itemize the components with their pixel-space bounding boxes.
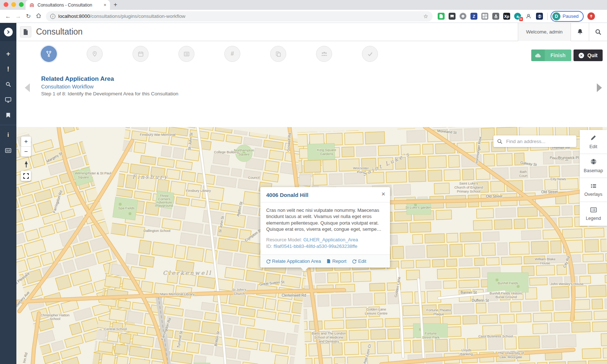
welcome-user[interactable]: Welcome, admin <box>518 23 571 41</box>
close-window-button[interactable] <box>4 2 8 7</box>
map-label: Old Street <box>541 190 557 194</box>
workflow-step-5-hashtag-icon[interactable]: # <box>224 46 240 62</box>
back-icon[interactable]: ← <box>3 13 13 20</box>
chevron-right-icon <box>4 28 13 36</box>
finish-button[interactable]: Finish <box>531 50 571 61</box>
workflow-step-3-calendar-icon[interactable] <box>133 46 149 62</box>
popup-action-relate-application-area[interactable]: Relate Application Area <box>266 258 321 264</box>
map-label: Northampton <box>234 148 254 152</box>
map-label: Clerkenwell Rd <box>281 293 306 297</box>
forward-icon[interactable]: → <box>13 13 23 20</box>
address-search-input[interactable] <box>505 138 573 145</box>
new-tab-button[interactable]: + <box>114 1 117 8</box>
map-label: City News <box>551 177 566 181</box>
workflow-step-4-listalt-icon[interactable] <box>178 46 194 62</box>
resource-model-link[interactable]: GLHER_Application_Area <box>303 237 358 242</box>
compass-control[interactable] <box>21 159 31 169</box>
workflow-step-6-copy-icon[interactable] <box>270 46 286 62</box>
map-label: The University of <box>498 351 524 355</box>
zoom-in-button[interactable]: + <box>21 136 31 147</box>
map-label: Dallington School <box>143 229 170 233</box>
globe-icon <box>590 158 597 166</box>
home-icon[interactable] <box>33 13 44 20</box>
extension-sphere-icon[interactable] <box>460 13 466 20</box>
map-label: Gardens <box>320 152 334 156</box>
map-label: Brunswick Pl <box>558 156 579 160</box>
extension-globe-icon[interactable] <box>536 13 543 20</box>
map-label: Central School <box>104 327 127 331</box>
map-tool-basemap[interactable]: Basemap <box>580 154 607 178</box>
resource-id-link[interactable]: f9af0541-bb83-48fd-a530-99a263238ffe <box>273 244 357 249</box>
map-label: Primary School <box>457 189 480 193</box>
map-label: Marx Memorial Library <box>160 292 195 296</box>
search-icon[interactable] <box>0 77 16 92</box>
add-icon[interactable]: + <box>0 46 16 62</box>
site-info-icon[interactable]: i <box>50 14 55 19</box>
app-header: Consultation Welcome, admin <box>16 23 607 41</box>
minimize-window-button[interactable] <box>11 2 16 7</box>
maximize-window-button[interactable] <box>19 2 24 7</box>
popup-action-report[interactable]: Report <box>327 258 346 264</box>
header-search-icon[interactable] <box>589 23 607 41</box>
map-label: House <box>540 261 550 265</box>
browser-tab[interactable]: Consultations - Consultation × <box>25 0 110 10</box>
extension-assistant-icon[interactable]: a9 <box>514 13 521 20</box>
workflow-step-8-check-icon[interactable] <box>362 46 378 62</box>
map-label: Clerkenwell <box>163 270 212 276</box>
map-label: Square <box>78 175 89 179</box>
map-label: Court <box>519 174 528 178</box>
extension-easel-icon[interactable] <box>449 13 456 20</box>
extension-evernote-icon[interactable] <box>438 13 445 20</box>
info-icon[interactable]: i <box>0 127 16 143</box>
popup-action-edit[interactable]: Edit <box>352 258 366 264</box>
circle-x-icon: ✕ <box>579 53 584 58</box>
workflow-step-2-pin-icon[interactable] <box>87 46 103 62</box>
toolbar-divider <box>547 13 548 20</box>
edit-icon <box>352 259 356 264</box>
workflow-steps: # <box>16 41 378 62</box>
map-label: Banking <box>460 352 473 356</box>
profile-pill[interactable]: D Paused <box>551 11 584 22</box>
map-label: Playground <box>155 203 173 207</box>
fullscreen-icon[interactable] <box>21 171 31 181</box>
map-label: Leisure Centre <box>365 311 387 315</box>
previous-step-chevron[interactable] <box>25 83 30 92</box>
zoom-control: + − <box>21 136 31 157</box>
sidebar-expand[interactable] <box>0 23 16 41</box>
profile-avatar: D <box>552 12 560 20</box>
map-label: Council <box>248 175 260 179</box>
notifications-bell-icon[interactable] <box>571 23 589 41</box>
map-label: Skanska <box>335 363 348 364</box>
extension-persona-icon[interactable] <box>525 13 532 20</box>
extension-stamp-icon[interactable] <box>492 13 499 20</box>
popup-close-icon[interactable]: × <box>381 191 385 197</box>
map-label: Finsbury Library <box>186 189 211 193</box>
report-icon <box>327 259 331 264</box>
browser-update-icon[interactable] <box>587 12 595 20</box>
bookmark-icon[interactable] <box>0 107 16 123</box>
extension-xp-icon[interactable]: Xp <box>503 13 510 20</box>
notifs-exclamation-icon[interactable]: ! <box>0 62 16 77</box>
next-step-chevron[interactable] <box>597 83 602 92</box>
extension-grid-icon[interactable] <box>481 13 488 20</box>
workflow-step-7-users-icon[interactable] <box>316 46 332 62</box>
map-tool-legend[interactable]: Legend <box>580 202 607 226</box>
reload-icon[interactable]: ↻ <box>23 13 33 20</box>
map-tool-overlays[interactable]: Overlays <box>580 178 607 202</box>
workflow-step-1-branch-icon[interactable] <box>41 46 57 62</box>
tab-close-icon[interactable]: × <box>103 3 106 7</box>
quit-button[interactable]: ✕ Quit <box>574 50 603 61</box>
popup-description: Cras non velit nec nisi vulputate nonumm… <box>260 202 390 233</box>
bookmark-star-icon[interactable]: ☆ <box>423 13 428 20</box>
id-card-icon[interactable] <box>0 143 16 158</box>
popup-title: 4006 Donald Hill <box>266 192 308 198</box>
map-region: Finsbury War MemorialSt. John StGoswell … <box>16 127 607 364</box>
address-bar[interactable]: i localhost:8000/consultations/plugins/c… <box>46 11 433 21</box>
zoom-out-button[interactable]: − <box>21 147 31 157</box>
extension-zotero-icon[interactable]: Z <box>470 13 477 20</box>
desktop-icon[interactable] <box>0 92 16 107</box>
map-tool-edit[interactable]: Edit <box>580 130 607 154</box>
map-label: Fortune Theatre <box>426 308 451 312</box>
map-label: John Wesley's House <box>551 282 584 286</box>
map-label: Burial Ground <box>496 295 517 299</box>
